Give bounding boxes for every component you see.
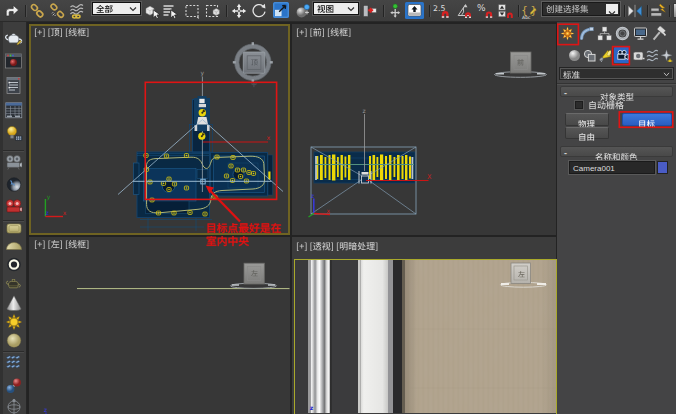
tab-display[interactable] bbox=[633, 26, 649, 41]
toolbar-separator bbox=[226, 5, 227, 17]
viewport-perspective[interactable]: z bbox=[292, 237, 556, 414]
mirror-icon[interactable] bbox=[627, 3, 643, 19]
tab-motion[interactable] bbox=[615, 26, 631, 41]
render-setup-teapot-icon[interactable] bbox=[5, 30, 23, 48]
select-and-rotate-icon[interactable] bbox=[251, 3, 267, 19]
ram-player-icon[interactable] bbox=[5, 102, 23, 120]
select-by-name-icon[interactable] bbox=[162, 3, 178, 19]
sphere-primitive-icon[interactable] bbox=[5, 332, 23, 350]
named-sets-abc-label: Abc bbox=[522, 15, 531, 20]
gyroscope-icon[interactable] bbox=[5, 398, 23, 414]
target-camera-button[interactable]: 目标 bbox=[622, 113, 672, 126]
viewport-label-front[interactable]: [+] [前] [线框] bbox=[296, 28, 351, 37]
front-viewport-scene: zXzx bbox=[292, 24, 556, 235]
panel-divider bbox=[557, 83, 676, 84]
sun-light-icon[interactable] bbox=[5, 314, 23, 332]
gizmo-z-label: z bbox=[363, 107, 366, 114]
collapse-icon: - bbox=[564, 148, 567, 158]
viewcube-face-label: 顶 bbox=[251, 59, 258, 66]
video-camera-icon[interactable] bbox=[5, 198, 23, 216]
button-label: 目标 bbox=[638, 120, 655, 129]
array-tool-icon[interactable] bbox=[5, 355, 23, 373]
object-color-swatch[interactable] bbox=[657, 161, 668, 174]
category-systems[interactable] bbox=[660, 48, 673, 61]
category-helpers[interactable] bbox=[632, 48, 645, 61]
gizmo-x-label: X bbox=[427, 173, 432, 181]
physical-camera-button[interactable]: 物理 bbox=[565, 113, 609, 126]
tab-create[interactable] bbox=[560, 26, 576, 41]
viewport-front[interactable]: zXzx bbox=[292, 24, 556, 235]
left-toolbar-separator bbox=[3, 220, 24, 221]
viewport-top[interactable]: yxyxz bbox=[29, 24, 290, 235]
dome-primitive-icon[interactable] bbox=[5, 235, 23, 253]
link-icon[interactable] bbox=[29, 3, 45, 19]
snap-toggle-25-icon[interactable]: 2.5 bbox=[433, 3, 449, 19]
named-selection-sets-dropdown[interactable]: 创建选择集 bbox=[542, 2, 620, 16]
viewport-left[interactable]: z bbox=[29, 237, 290, 414]
rendered-frame-window-icon[interactable] bbox=[5, 53, 23, 71]
keyboard-shortcut-override-icon[interactable] bbox=[405, 2, 421, 18]
rollout-name-color[interactable]: -名称和颜色 bbox=[560, 146, 673, 157]
autogrid-checkbox[interactable] bbox=[575, 101, 583, 109]
axis-z-label: z bbox=[311, 192, 314, 199]
spinner-snap-toggle-icon[interactable] bbox=[496, 3, 512, 19]
window-crossing-toggle-icon[interactable] bbox=[205, 3, 221, 19]
film-projector-icon[interactable] bbox=[5, 154, 23, 172]
percent-snap-toggle-icon[interactable]: % bbox=[477, 3, 493, 19]
object-name-value: Camera001 bbox=[573, 164, 615, 173]
category-cameras[interactable] bbox=[614, 47, 630, 63]
snap-25-label: 2.5 bbox=[433, 4, 445, 13]
left-view-scene: z bbox=[44, 289, 290, 414]
unlink-icon[interactable] bbox=[49, 3, 65, 19]
tab-utilities[interactable] bbox=[651, 26, 667, 41]
edit-named-selection-sets-icon[interactable]: { }Abc bbox=[521, 3, 537, 19]
axis-z-label: z bbox=[44, 406, 47, 413]
light-lister-icon[interactable] bbox=[5, 125, 23, 143]
angle-snap-toggle-icon[interactable] bbox=[456, 3, 472, 19]
environment-sphere-icon[interactable] bbox=[5, 176, 23, 194]
teapot-primitive-icon[interactable] bbox=[5, 277, 23, 295]
redo-icon[interactable] bbox=[4, 3, 20, 19]
select-object-icon[interactable] bbox=[144, 3, 160, 19]
axis-tripod: yxz bbox=[45, 193, 66, 217]
collapse-icon: - bbox=[564, 88, 567, 98]
render-dialog-icon[interactable] bbox=[5, 77, 23, 95]
snap-percent-label: % bbox=[477, 3, 486, 13]
left-toolbar-separator bbox=[3, 150, 24, 151]
viewport-label-top[interactable]: [+] [顶] [线框] bbox=[34, 28, 89, 37]
category-lights[interactable] bbox=[598, 48, 611, 61]
axis-z-label: z bbox=[310, 404, 314, 411]
perspective-render-area[interactable]: z bbox=[294, 259, 557, 414]
viewport-label-left[interactable]: [+] [左] [线框] bbox=[34, 240, 89, 249]
tab-hierarchy[interactable] bbox=[597, 26, 613, 41]
category-geometry[interactable] bbox=[568, 48, 581, 61]
top-viewport-scene: yxyxz bbox=[31, 26, 288, 233]
select-and-move-icon[interactable] bbox=[231, 3, 247, 19]
category-shapes[interactable] bbox=[583, 48, 596, 61]
toolbar-separator bbox=[518, 5, 519, 17]
viewport-label-perspective[interactable]: [+] [透视] [明暗处理] bbox=[296, 242, 378, 251]
select-and-manipulate-icon[interactable] bbox=[387, 3, 403, 19]
cone-primitive-icon[interactable] bbox=[5, 295, 23, 313]
bind-to-spacewarp-icon[interactable] bbox=[69, 3, 85, 19]
tab-modify[interactable] bbox=[579, 26, 595, 41]
category-spacewarps[interactable] bbox=[646, 48, 659, 61]
rollout-object-type[interactable]: -对象类型 bbox=[560, 86, 673, 97]
toolbar-separator bbox=[25, 5, 26, 17]
layer-explorer-icon[interactable] bbox=[650, 3, 666, 19]
select-and-scale-icon[interactable] bbox=[273, 2, 289, 18]
annotation-text-line1: 目标点最好是在 bbox=[206, 223, 282, 234]
select-and-place-icon[interactable] bbox=[295, 3, 311, 19]
ring-light-icon[interactable] bbox=[5, 256, 23, 274]
selection-filter-dropdown[interactable]: 全部 bbox=[92, 2, 141, 15]
use-pivot-point-center-icon[interactable] bbox=[361, 3, 377, 19]
camera-type-dropdown[interactable]: 标准 bbox=[559, 67, 674, 80]
toolbar-separator bbox=[669, 5, 670, 17]
viewcube-face-label: 左 bbox=[518, 271, 525, 278]
molecule-icon[interactable] bbox=[5, 377, 23, 395]
free-camera-button[interactable]: 自由 bbox=[565, 127, 609, 140]
object-name-field[interactable]: Camera001 bbox=[569, 161, 655, 174]
reference-coordinate-system-dropdown[interactable]: 视图 bbox=[313, 2, 359, 15]
rectangular-selection-region-icon[interactable] bbox=[184, 3, 200, 19]
selection-filter-value: 全部 bbox=[96, 5, 113, 14]
